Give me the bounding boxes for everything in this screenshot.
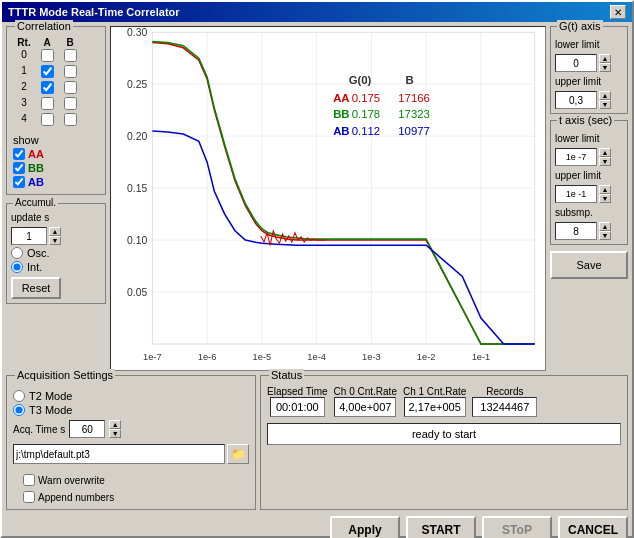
t2-mode-row: T2 Mode bbox=[13, 390, 249, 402]
main-content: Correlation Rt. A B 0 1 2 bbox=[2, 22, 632, 375]
t-upper-spin-btns: ▲ ▼ bbox=[599, 185, 611, 203]
update-spin-up[interactable]: ▲ bbox=[49, 227, 61, 236]
subsmp-up[interactable]: ▲ bbox=[599, 222, 611, 231]
t-lower-input[interactable] bbox=[555, 148, 597, 166]
gt-upper-up[interactable]: ▲ bbox=[599, 91, 611, 100]
stop-button[interactable]: SToP bbox=[482, 516, 552, 538]
row4-b bbox=[59, 113, 81, 128]
row1-rt: 1 bbox=[13, 65, 35, 80]
chk-row4-b[interactable] bbox=[64, 113, 77, 126]
start-button[interactable]: START bbox=[406, 516, 476, 538]
svg-text:1e-3: 1e-3 bbox=[362, 352, 381, 362]
row0-a bbox=[36, 49, 58, 64]
status-values-row: Elapsed Time 00:01:00 Ch 0 Cnt.Rate 4,00… bbox=[267, 386, 621, 417]
elapsed-value: 00:01:00 bbox=[270, 397, 325, 417]
save-button[interactable]: Save bbox=[550, 251, 628, 279]
chk-row2-b[interactable] bbox=[64, 81, 77, 94]
chk-row1-b[interactable] bbox=[64, 65, 77, 78]
records-col: Records 13244467 bbox=[472, 386, 537, 417]
int-label: Int. bbox=[27, 261, 42, 273]
ch0-col: Ch 0 Cnt.Rate 4,00e+007 bbox=[334, 386, 397, 417]
cancel-button[interactable]: CANCEL bbox=[558, 516, 628, 538]
ch0-value: 4,00e+007 bbox=[334, 397, 396, 417]
chk-row0-a[interactable] bbox=[41, 49, 54, 62]
gt-upper-down[interactable]: ▼ bbox=[599, 100, 611, 109]
append-numbers-chk[interactable] bbox=[23, 491, 35, 503]
chk-aa[interactable] bbox=[13, 148, 25, 160]
chart-svg: 0.30 0.25 0.20 0.15 0.10 0.05 1e-7 1e-6 … bbox=[111, 27, 545, 370]
chk-row0-b[interactable] bbox=[64, 49, 77, 62]
file-input[interactable] bbox=[13, 444, 225, 464]
elapsed-label: Elapsed Time bbox=[267, 386, 328, 397]
row3-b bbox=[59, 97, 81, 112]
chk-ab[interactable] bbox=[13, 176, 25, 188]
chk-row2-a[interactable] bbox=[41, 81, 54, 94]
gt-lower-down[interactable]: ▼ bbox=[599, 63, 611, 72]
t-upper-up[interactable]: ▲ bbox=[599, 185, 611, 194]
show-ab-row: AB bbox=[13, 176, 99, 188]
acq-time-label: Acq. Time s bbox=[13, 424, 65, 435]
show-bb-row: BB bbox=[13, 162, 99, 174]
t-upper-spin: ▲ ▼ bbox=[555, 185, 623, 203]
chk-row3-a[interactable] bbox=[41, 97, 54, 110]
gt-axis-group: G(t) axis lower limit ▲ ▼ upper limit ▲ … bbox=[550, 26, 628, 114]
int-radio[interactable] bbox=[11, 261, 23, 273]
svg-text:G(0): G(0) bbox=[349, 74, 372, 86]
close-button[interactable]: ✕ bbox=[610, 5, 626, 19]
chk-row1-a[interactable] bbox=[41, 65, 54, 78]
svg-text:0.112: 0.112 bbox=[352, 125, 380, 137]
chk-row3-b[interactable] bbox=[64, 97, 77, 110]
update-spin-down[interactable]: ▼ bbox=[49, 236, 61, 245]
ch1-value: 2,17e+005 bbox=[404, 397, 466, 417]
t-lower-up[interactable]: ▲ bbox=[599, 148, 611, 157]
t2-label: T2 Mode bbox=[29, 390, 72, 402]
svg-text:AA: AA bbox=[333, 92, 349, 104]
row4-rt: 4 bbox=[13, 113, 35, 128]
update-spin-buttons: ▲ ▼ bbox=[49, 227, 61, 245]
col-a: A bbox=[36, 37, 58, 48]
status-group: Status Elapsed Time 00:01:00 Ch 0 Cnt.Ra… bbox=[260, 375, 628, 510]
acq-time-down[interactable]: ▼ bbox=[109, 429, 121, 438]
t3-radio[interactable] bbox=[13, 404, 25, 416]
right-panel: G(t) axis lower limit ▲ ▼ upper limit ▲ … bbox=[550, 26, 628, 371]
gt-lower-input[interactable] bbox=[555, 54, 597, 72]
svg-text:BB: BB bbox=[333, 108, 349, 120]
t-upper-input[interactable] bbox=[555, 185, 597, 203]
button-row: Apply START SToP CANCEL bbox=[2, 512, 632, 538]
update-input[interactable] bbox=[11, 227, 47, 245]
t-upper-down[interactable]: ▼ bbox=[599, 194, 611, 203]
row3-a bbox=[36, 97, 58, 112]
subsmp-down[interactable]: ▼ bbox=[599, 231, 611, 240]
row1-b bbox=[59, 65, 81, 80]
ch1-label: Ch 1 Cnt.Rate bbox=[403, 386, 466, 397]
records-value: 13244467 bbox=[472, 397, 537, 417]
apply-button[interactable]: Apply bbox=[330, 516, 400, 538]
t-lower-down[interactable]: ▼ bbox=[599, 157, 611, 166]
svg-text:1e-2: 1e-2 bbox=[417, 352, 436, 362]
row4-a bbox=[36, 113, 58, 128]
subsmp-input[interactable] bbox=[555, 222, 597, 240]
gt-upper-input[interactable] bbox=[555, 91, 597, 109]
subsmp-label: subsmp. bbox=[555, 207, 623, 218]
col-rt: Rt. bbox=[13, 37, 35, 48]
osc-radio[interactable] bbox=[11, 247, 23, 259]
chk-bb[interactable] bbox=[13, 162, 25, 174]
svg-text:0.05: 0.05 bbox=[127, 287, 147, 298]
row2-a bbox=[36, 81, 58, 96]
acq-time-up[interactable]: ▲ bbox=[109, 420, 121, 429]
bb-label: BB bbox=[28, 162, 44, 174]
row0-b bbox=[59, 49, 81, 64]
svg-text:0.15: 0.15 bbox=[127, 183, 147, 194]
gt-axis-title: G(t) axis bbox=[557, 20, 603, 32]
t2-radio[interactable] bbox=[13, 390, 25, 402]
reset-button[interactable]: Reset bbox=[11, 277, 61, 299]
gt-upper-label: upper limit bbox=[555, 76, 623, 87]
acq-time-input[interactable] bbox=[69, 420, 105, 438]
folder-button[interactable]: 📁 bbox=[227, 444, 249, 464]
warn-overwrite-chk[interactable] bbox=[23, 474, 35, 486]
ready-bar: ready to start bbox=[267, 423, 621, 445]
gt-lower-up[interactable]: ▲ bbox=[599, 54, 611, 63]
append-numbers-row: Append numbers bbox=[23, 491, 249, 503]
bottom-section: Acquisition Settings T2 Mode T3 Mode Acq… bbox=[2, 375, 632, 512]
chk-row4-a[interactable] bbox=[41, 113, 54, 126]
